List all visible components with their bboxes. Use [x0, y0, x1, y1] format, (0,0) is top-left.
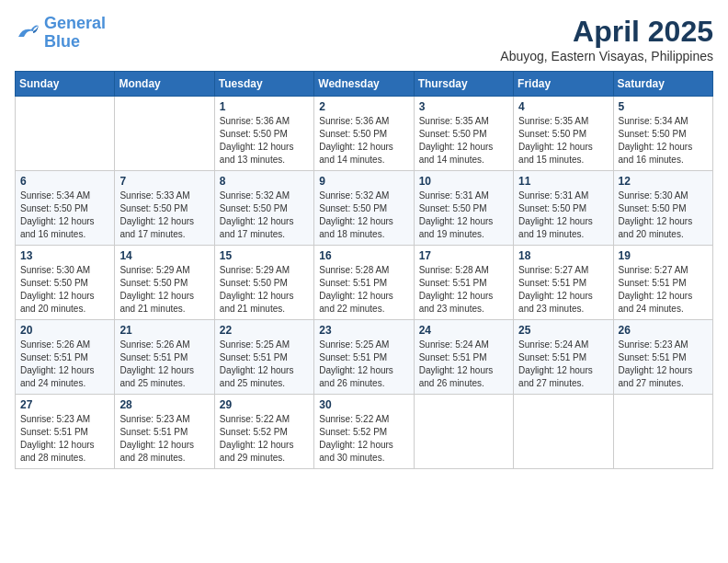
day-info: Sunrise: 5:31 AM Sunset: 5:50 PM Dayligh…: [419, 190, 508, 241]
day-info: Sunrise: 5:31 AM Sunset: 5:50 PM Dayligh…: [518, 190, 608, 241]
calendar-cell: 2Sunrise: 5:36 AM Sunset: 5:50 PM Daylig…: [314, 97, 414, 171]
day-number: 26: [619, 324, 708, 337]
calendar-cell: [115, 97, 214, 171]
calendar-cell: 18Sunrise: 5:27 AM Sunset: 5:51 PM Dayli…: [514, 246, 613, 320]
calendar-cell: 4Sunrise: 5:35 AM Sunset: 5:50 PM Daylig…: [514, 97, 613, 171]
day-info: Sunrise: 5:22 AM Sunset: 5:52 PM Dayligh…: [220, 413, 309, 465]
day-info: Sunrise: 5:23 AM Sunset: 5:51 PM Dayligh…: [119, 413, 209, 465]
calendar-cell: 8Sunrise: 5:32 AM Sunset: 5:50 PM Daylig…: [214, 171, 313, 246]
day-number: 16: [319, 249, 408, 262]
day-number: 2: [319, 100, 408, 113]
calendar-cell: 7Sunrise: 5:33 AM Sunset: 5:50 PM Daylig…: [115, 171, 214, 246]
day-info: Sunrise: 5:30 AM Sunset: 5:50 PM Dayligh…: [20, 264, 109, 316]
calendar-cell: 28Sunrise: 5:23 AM Sunset: 5:51 PM Dayli…: [115, 395, 214, 469]
day-number: 18: [518, 249, 608, 262]
month-title: April 2025: [500, 15, 713, 49]
calendar-cell: [514, 395, 613, 469]
weekday-header: Saturday: [613, 72, 712, 97]
calendar-cell: 12Sunrise: 5:30 AM Sunset: 5:50 PM Dayli…: [613, 171, 712, 246]
day-info: Sunrise: 5:24 AM Sunset: 5:51 PM Dayligh…: [419, 339, 508, 390]
day-number: 14: [119, 249, 209, 262]
day-number: 10: [419, 175, 508, 188]
calendar-cell: 20Sunrise: 5:26 AM Sunset: 5:51 PM Dayli…: [16, 320, 115, 395]
day-info: Sunrise: 5:29 AM Sunset: 5:50 PM Dayligh…: [119, 264, 209, 316]
day-number: 4: [518, 100, 608, 113]
day-info: Sunrise: 5:26 AM Sunset: 5:51 PM Dayligh…: [119, 339, 209, 390]
calendar-cell: [16, 97, 115, 171]
calendar-cell: 23Sunrise: 5:25 AM Sunset: 5:51 PM Dayli…: [314, 320, 414, 395]
day-info: Sunrise: 5:32 AM Sunset: 5:50 PM Dayligh…: [220, 190, 309, 241]
logo-text: General Blue: [44, 15, 106, 52]
calendar-cell: [414, 395, 513, 469]
weekday-header: Thursday: [414, 72, 513, 97]
calendar-cell: 29Sunrise: 5:22 AM Sunset: 5:52 PM Dayli…: [214, 395, 313, 469]
day-number: 9: [319, 175, 408, 188]
day-number: 24: [419, 324, 508, 337]
day-info: Sunrise: 5:29 AM Sunset: 5:50 PM Dayligh…: [220, 264, 309, 316]
day-number: 27: [20, 398, 109, 411]
calendar-week-row: 27Sunrise: 5:23 AM Sunset: 5:51 PM Dayli…: [16, 395, 713, 469]
day-info: Sunrise: 5:32 AM Sunset: 5:50 PM Dayligh…: [319, 190, 408, 241]
day-number: 20: [20, 324, 109, 337]
day-number: 6: [20, 175, 109, 188]
day-number: 7: [119, 175, 209, 188]
day-info: Sunrise: 5:33 AM Sunset: 5:50 PM Dayligh…: [119, 190, 209, 241]
day-number: 12: [619, 175, 708, 188]
day-number: 5: [619, 100, 708, 113]
day-info: Sunrise: 5:36 AM Sunset: 5:50 PM Dayligh…: [220, 115, 309, 167]
day-number: 3: [419, 100, 508, 113]
day-number: 29: [220, 398, 309, 411]
title-block: April 2025 Abuyog, Eastern Visayas, Phil…: [500, 15, 713, 63]
day-info: Sunrise: 5:26 AM Sunset: 5:51 PM Dayligh…: [20, 339, 109, 390]
calendar-week-row: 13Sunrise: 5:30 AM Sunset: 5:50 PM Dayli…: [16, 246, 713, 320]
weekday-header: Sunday: [16, 72, 115, 97]
calendar-cell: 24Sunrise: 5:24 AM Sunset: 5:51 PM Dayli…: [414, 320, 513, 395]
day-number: 23: [319, 324, 408, 337]
calendar-cell: 21Sunrise: 5:26 AM Sunset: 5:51 PM Dayli…: [115, 320, 214, 395]
calendar-cell: [613, 395, 712, 469]
calendar-cell: 27Sunrise: 5:23 AM Sunset: 5:51 PM Dayli…: [16, 395, 115, 469]
calendar-cell: 11Sunrise: 5:31 AM Sunset: 5:50 PM Dayli…: [514, 171, 613, 246]
calendar-cell: 5Sunrise: 5:34 AM Sunset: 5:50 PM Daylig…: [613, 97, 712, 171]
weekday-header: Tuesday: [214, 72, 313, 97]
day-info: Sunrise: 5:25 AM Sunset: 5:51 PM Dayligh…: [319, 339, 408, 390]
day-info: Sunrise: 5:24 AM Sunset: 5:51 PM Dayligh…: [518, 339, 608, 390]
calendar-cell: 9Sunrise: 5:32 AM Sunset: 5:50 PM Daylig…: [314, 171, 414, 246]
calendar-cell: 25Sunrise: 5:24 AM Sunset: 5:51 PM Dayli…: [514, 320, 613, 395]
weekday-header: Friday: [514, 72, 613, 97]
calendar-cell: 26Sunrise: 5:23 AM Sunset: 5:51 PM Dayli…: [613, 320, 712, 395]
day-info: Sunrise: 5:25 AM Sunset: 5:51 PM Dayligh…: [220, 339, 309, 390]
calendar-cell: 17Sunrise: 5:28 AM Sunset: 5:51 PM Dayli…: [414, 246, 513, 320]
day-number: 28: [119, 398, 209, 411]
calendar-cell: 10Sunrise: 5:31 AM Sunset: 5:50 PM Dayli…: [414, 171, 513, 246]
calendar-cell: 16Sunrise: 5:28 AM Sunset: 5:51 PM Dayli…: [314, 246, 414, 320]
day-number: 17: [419, 249, 508, 262]
day-info: Sunrise: 5:27 AM Sunset: 5:51 PM Dayligh…: [619, 264, 708, 316]
day-number: 25: [518, 324, 608, 337]
location-title: Abuyog, Eastern Visayas, Philippines: [500, 49, 713, 63]
calendar-cell: 3Sunrise: 5:35 AM Sunset: 5:50 PM Daylig…: [414, 97, 513, 171]
day-info: Sunrise: 5:36 AM Sunset: 5:50 PM Dayligh…: [319, 115, 408, 167]
calendar-cell: 6Sunrise: 5:34 AM Sunset: 5:50 PM Daylig…: [16, 171, 115, 246]
day-info: Sunrise: 5:28 AM Sunset: 5:51 PM Dayligh…: [319, 264, 408, 316]
day-number: 11: [518, 175, 608, 188]
weekday-header: Wednesday: [314, 72, 414, 97]
weekday-header: Monday: [115, 72, 214, 97]
day-info: Sunrise: 5:23 AM Sunset: 5:51 PM Dayligh…: [619, 339, 708, 390]
calendar-cell: 15Sunrise: 5:29 AM Sunset: 5:50 PM Dayli…: [214, 246, 313, 320]
calendar-cell: 1Sunrise: 5:36 AM Sunset: 5:50 PM Daylig…: [214, 97, 313, 171]
calendar-week-row: 1Sunrise: 5:36 AM Sunset: 5:50 PM Daylig…: [16, 97, 713, 171]
day-number: 19: [619, 249, 708, 262]
calendar-table: SundayMondayTuesdayWednesdayThursdayFrid…: [15, 71, 713, 469]
day-info: Sunrise: 5:34 AM Sunset: 5:50 PM Dayligh…: [619, 115, 708, 167]
calendar-cell: 30Sunrise: 5:22 AM Sunset: 5:52 PM Dayli…: [314, 395, 414, 469]
calendar-week-row: 6Sunrise: 5:34 AM Sunset: 5:50 PM Daylig…: [16, 171, 713, 246]
day-info: Sunrise: 5:22 AM Sunset: 5:52 PM Dayligh…: [319, 413, 408, 465]
calendar-header-row: SundayMondayTuesdayWednesdayThursdayFrid…: [16, 72, 713, 97]
logo: General Blue: [15, 15, 106, 52]
calendar-cell: 19Sunrise: 5:27 AM Sunset: 5:51 PM Dayli…: [613, 246, 712, 320]
calendar-cell: 13Sunrise: 5:30 AM Sunset: 5:50 PM Dayli…: [16, 246, 115, 320]
day-info: Sunrise: 5:27 AM Sunset: 5:51 PM Dayligh…: [518, 264, 608, 316]
day-info: Sunrise: 5:34 AM Sunset: 5:50 PM Dayligh…: [20, 190, 109, 241]
page-header: General Blue April 2025 Abuyog, Eastern …: [15, 15, 713, 63]
